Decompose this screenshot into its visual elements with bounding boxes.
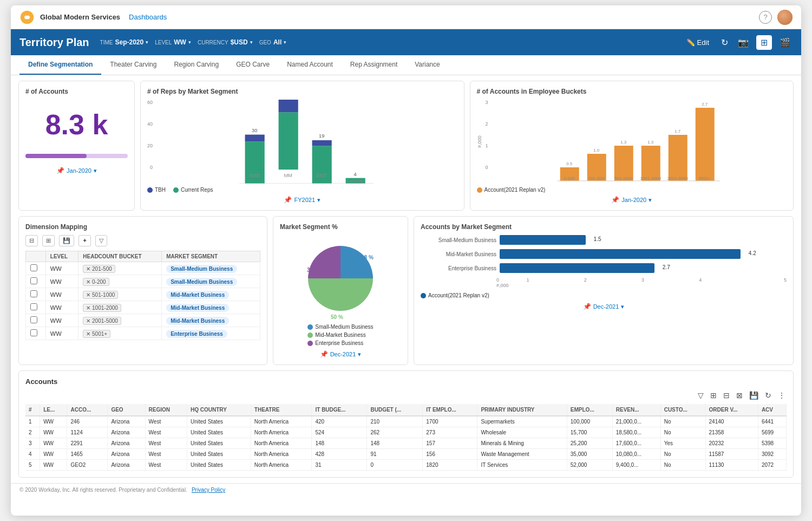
tab-variance[interactable]: Variance xyxy=(406,55,448,75)
dim-bucket-cell: ✕ 201-500 xyxy=(78,262,162,275)
table-cell: North America xyxy=(251,449,312,460)
svg-text:501-1000: 501-1000 xyxy=(614,176,632,181)
table-cell: Arizona xyxy=(108,449,145,460)
table-cell: No xyxy=(660,449,705,460)
dim-row-checkbox[interactable] xyxy=(30,277,37,284)
table-cell: 1465 xyxy=(67,449,108,460)
table-row: 4WW1465ArizonaWestUnited StatesNorth Ame… xyxy=(25,449,787,460)
edit-button[interactable]: ✏️ Edit xyxy=(682,36,713,49)
ent-hbar-row: Enterprise Business 2.7 xyxy=(421,263,787,273)
accounts-col-header: LE... xyxy=(40,404,67,416)
dim-checkbox-cell[interactable] xyxy=(26,262,46,275)
dim-checkbox-cell[interactable] xyxy=(26,327,46,340)
time-filter[interactable]: TIME Sep-2020 ▾ xyxy=(100,38,149,46)
table-cell: 524 xyxy=(312,427,367,438)
dim-table-row: WW ✕ 501-1000 Mid-Market Business xyxy=(26,288,260,301)
table-cell: Arizona xyxy=(108,416,145,427)
table-cell: 4 xyxy=(25,449,40,460)
dim-tool-2[interactable]: ⊞ xyxy=(42,235,55,246)
table-cell: 1820 xyxy=(423,460,477,471)
dim-filter[interactable]: ▽ xyxy=(95,235,107,246)
pie-date-filter[interactable]: 📌 Dec-2021 ▾ xyxy=(280,350,401,358)
tab-named-account[interactable]: Named Account xyxy=(278,55,342,75)
workday-logo xyxy=(19,10,35,25)
market-segment-pie-card: Market Segment % 18 % 50 % xyxy=(273,216,408,365)
dim-save[interactable]: 💾 xyxy=(59,235,74,246)
level-filter[interactable]: LEVEL WW ▾ xyxy=(155,38,191,46)
table-cell: 157 xyxy=(423,438,477,449)
table-cell: United States xyxy=(187,427,251,438)
mid-hbar-label: Mid-Market Business xyxy=(421,251,496,257)
svg-text:32 %: 32 % xyxy=(307,267,319,273)
table-cell: Wholesale xyxy=(477,427,567,438)
dim-checkbox-cell[interactable] xyxy=(26,275,46,288)
filter-group: TIME Sep-2020 ▾ LEVEL WW ▾ CURRENCY $USD… xyxy=(100,38,287,46)
video-button[interactable]: 🎬 xyxy=(777,35,793,50)
table-expand-btn[interactable]: ⊠ xyxy=(735,390,744,401)
geo-filter[interactable]: GEO All ▾ xyxy=(259,38,287,46)
svg-text:201-500: 201-500 xyxy=(588,176,605,181)
dim-segment-cell: Mid-Market Business xyxy=(162,301,260,314)
refresh-button[interactable]: ↻ xyxy=(719,35,730,50)
table-refresh-btn[interactable]: ↻ xyxy=(764,390,772,401)
accounts-date-filter[interactable]: 📌 Jan-2020 ▾ xyxy=(25,167,128,174)
tab-define-segmentation[interactable]: Define Segmentation xyxy=(19,55,101,75)
table-cell: 20232 xyxy=(705,438,758,449)
table-cell: 5398 xyxy=(758,438,786,449)
accounts-section-title: Accounts xyxy=(25,377,787,386)
buckets-date-filter[interactable]: 📌 Jan-2020 ▾ xyxy=(477,196,787,204)
table-cell: 420 xyxy=(312,416,367,427)
dashboards-link[interactable]: Dashboards xyxy=(129,13,167,21)
table-cell: 91 xyxy=(367,449,423,460)
reps-chart-legend: TBH Current Reps xyxy=(147,187,457,193)
dim-add[interactable]: ✦ xyxy=(78,235,91,246)
svg-text:30: 30 xyxy=(252,128,257,133)
table-export-btn[interactable]: ⊟ xyxy=(722,390,731,401)
accounts-col-header: THEATRE xyxy=(251,404,312,416)
tab-geo-carve[interactable]: GEO Carve xyxy=(227,55,278,75)
dim-row-checkbox[interactable] xyxy=(30,316,37,323)
table-copy-btn[interactable]: ⊞ xyxy=(709,390,718,401)
accounts-col-header: PRIMARY INDUSTRY xyxy=(477,404,567,416)
table-cell: No xyxy=(660,416,705,427)
grid-button[interactable]: ⊞ xyxy=(756,35,772,50)
table-cell: WW xyxy=(40,438,67,449)
dim-row-checkbox[interactable] xyxy=(30,303,37,310)
dim-level-cell: WW xyxy=(45,314,78,327)
currency-filter[interactable]: CURRENCY $USD ▾ xyxy=(198,38,253,46)
table-more-btn[interactable]: ⋮ xyxy=(777,390,787,401)
table-cell: North America xyxy=(251,438,312,449)
table-cell: 1 xyxy=(25,416,40,427)
table-cell: Arizona xyxy=(108,460,145,471)
dim-row-checkbox[interactable] xyxy=(30,264,37,271)
table-filter-btn[interactable]: ▽ xyxy=(697,390,705,401)
camera-button[interactable]: 📷 xyxy=(736,35,751,50)
table-cell: 246 xyxy=(67,416,108,427)
reps-date-filter[interactable]: 📌 FY2021 ▾ xyxy=(147,196,457,204)
mm-current-bar xyxy=(279,112,298,170)
dim-checkbox-cell[interactable] xyxy=(26,301,46,314)
tab-theater-carving[interactable]: Theater Carving xyxy=(101,55,165,75)
table-cell: West xyxy=(145,416,187,427)
privacy-link[interactable]: Privacy Policy xyxy=(192,487,225,493)
dim-row-checkbox[interactable] xyxy=(30,329,37,336)
dim-checkbox-cell[interactable] xyxy=(26,314,46,327)
tab-region-carving[interactable]: Region Carving xyxy=(165,55,227,75)
svg-text:ENT: ENT xyxy=(317,173,327,178)
help-button[interactable]: ? xyxy=(759,11,772,24)
ent-tbh-bar xyxy=(312,140,332,146)
dim-bucket-cell: ✕ 5001+ xyxy=(78,327,162,340)
table-cell: 2072 xyxy=(758,460,786,471)
dim-tool-1[interactable]: ⊟ xyxy=(25,235,38,246)
table-cell: United States xyxy=(187,438,251,449)
table-save-btn[interactable]: 💾 xyxy=(748,390,759,401)
bucket-5001-bar xyxy=(695,108,714,181)
tab-rep-assignment[interactable]: Rep Assignment xyxy=(342,55,406,75)
table-cell: Arizona xyxy=(108,427,145,438)
dim-checkbox-cell[interactable] xyxy=(26,288,46,301)
dim-row-checkbox[interactable] xyxy=(30,290,37,297)
avatar[interactable] xyxy=(777,10,793,25)
market-date-filter[interactable]: 📌 Dec-2021 ▾ xyxy=(421,303,787,310)
table-cell: West xyxy=(145,438,187,449)
buckets-pin-icon: 📌 xyxy=(611,196,619,204)
